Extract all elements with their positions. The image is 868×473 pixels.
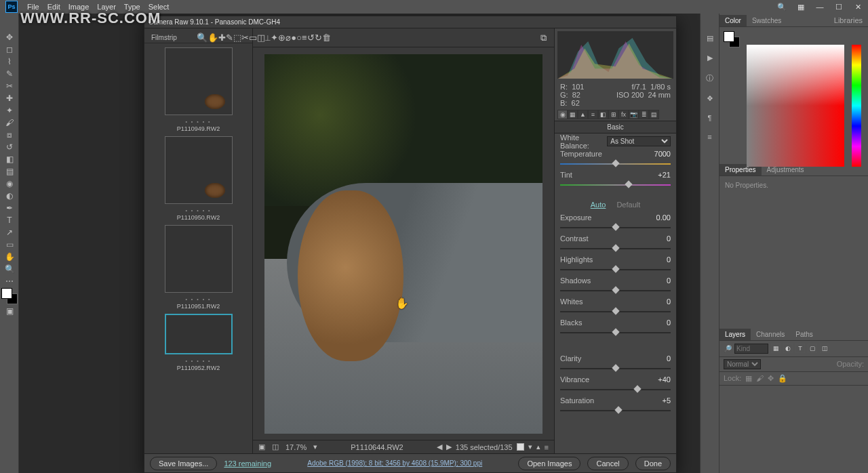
hand-tool-icon[interactable]: ✋: [0, 251, 19, 263]
open-images-button[interactable]: Open Images: [518, 457, 580, 470]
search-icon[interactable]: 🔍: [777, 3, 787, 12]
paragraph-panel-icon[interactable]: ≡: [707, 133, 711, 141]
blacks-value[interactable]: 0: [646, 318, 671, 327]
auto-link[interactable]: Auto: [591, 201, 606, 209]
rating-up-icon[interactable]: ▴: [536, 443, 540, 451]
tab-detail-icon[interactable]: ▲: [578, 110, 588, 119]
acr-tool-5[interactable]: ✂: [241, 33, 249, 43]
blacks-slider[interactable]: [560, 329, 671, 336]
acr-tool-0[interactable]: 🔍: [197, 33, 208, 43]
tab-channels[interactable]: Channels: [751, 329, 790, 340]
shadows-value[interactable]: 0: [646, 276, 671, 285]
acr-tool-1[interactable]: ✋: [208, 33, 218, 43]
histogram[interactable]: [557, 31, 673, 79]
exposure-value[interactable]: 0.00: [646, 213, 671, 222]
hue-strip[interactable]: [852, 45, 861, 167]
type-tool-icon[interactable]: T: [0, 214, 19, 226]
blend-mode-select[interactable]: Normal: [724, 359, 761, 369]
gradient-tool-icon[interactable]: ▤: [0, 165, 19, 178]
stamp-tool-icon[interactable]: ⧈: [0, 129, 19, 141]
save-images-button[interactable]: Save Images...: [150, 457, 217, 470]
styles-panel-icon[interactable]: ❖: [707, 94, 713, 103]
filmstrip-thumb[interactable]: • • • • •P1110950.RW2: [158, 136, 239, 221]
tab-basic-icon[interactable]: ◉: [557, 110, 568, 119]
contrast-value[interactable]: 0: [646, 234, 671, 243]
vibrance-value[interactable]: +40: [646, 375, 671, 384]
acr-tool-4[interactable]: ⬚: [233, 33, 241, 43]
acr-tool-13[interactable]: ○: [296, 33, 302, 43]
filmstrip-thumb[interactable]: • • • • •P1110949.RW2: [158, 47, 239, 132]
acr-tool-12[interactable]: ●: [291, 33, 296, 43]
tab-split-icon[interactable]: ◧: [598, 110, 608, 119]
white-balance-select[interactable]: As Shot: [607, 136, 671, 146]
eraser-tool-icon[interactable]: ◧: [0, 153, 19, 165]
lock-pixels-icon[interactable]: 🖌: [756, 374, 764, 382]
lock-position-icon[interactable]: ✥: [768, 374, 774, 383]
zoom-tool-icon[interactable]: 🔍: [0, 263, 19, 275]
acr-tool-6[interactable]: ▭: [249, 33, 257, 43]
quick-select-tool-icon[interactable]: ✎: [0, 68, 19, 80]
acr-tool-8[interactable]: ⟂: [265, 33, 271, 43]
acr-tool-15[interactable]: ↺: [307, 33, 315, 43]
panel-fg-bg-swatch[interactable]: [724, 31, 740, 47]
acr-tool-2[interactable]: ✚: [218, 33, 226, 43]
rating-dots[interactable]: • • • • •: [158, 297, 239, 302]
blur-tool-icon[interactable]: ◉: [0, 178, 19, 190]
zoom-level[interactable]: 17.7%: [285, 443, 307, 451]
tab-snapshots-icon[interactable]: ▤: [649, 110, 659, 119]
filter-smart-icon[interactable]: ◫: [820, 344, 829, 353]
highlights-slider[interactable]: [560, 266, 671, 273]
prev-image-icon[interactable]: ◀: [437, 443, 442, 451]
clarity-slider[interactable]: [560, 365, 671, 372]
acr-tool-3[interactable]: ✎: [226, 33, 233, 43]
move-tool-icon[interactable]: ✥: [0, 31, 19, 43]
filter-type-icon[interactable]: T: [795, 344, 805, 353]
acr-tool-17[interactable]: 🗑: [322, 33, 331, 43]
tab-color[interactable]: Color: [719, 15, 747, 26]
done-button[interactable]: Done: [635, 457, 671, 470]
temperature-value[interactable]: 7000: [646, 150, 671, 158]
dodge-tool-icon[interactable]: ◐: [0, 190, 19, 202]
layer-filter-input[interactable]: [734, 344, 768, 354]
whites-slider[interactable]: [560, 308, 671, 315]
lasso-tool-icon[interactable]: ⌇: [0, 56, 19, 68]
acr-tool-10[interactable]: ⊕: [278, 33, 285, 43]
tab-libraries[interactable]: Libraries: [829, 14, 868, 26]
crop-tool-icon[interactable]: ✂: [0, 80, 19, 92]
toggle-view-icon[interactable]: ◫: [272, 443, 279, 451]
workflow-link[interactable]: Adobe RGB (1998); 8 bit; 3456 by 4608 (1…: [278, 459, 511, 467]
preview-area[interactable]: ✋: [253, 47, 554, 440]
saturation-slider[interactable]: [560, 407, 671, 414]
workspace-icon[interactable]: ▦: [796, 3, 806, 12]
acr-tool-14[interactable]: ≡: [302, 33, 307, 43]
brush-tool-icon[interactable]: 🖌: [0, 117, 19, 129]
vibrance-slider[interactable]: [560, 386, 671, 393]
history-panel-icon[interactable]: ▤: [707, 34, 713, 43]
screen-mode-icon[interactable]: ▣: [0, 305, 19, 317]
rating-dots[interactable]: • • • • •: [158, 358, 239, 363]
acr-tool-11[interactable]: ⌀: [285, 33, 291, 43]
preview-toggle-icon[interactable]: ⧉: [538, 33, 549, 43]
remaining-link[interactable]: 123 remaining: [224, 459, 271, 468]
acr-tool-16[interactable]: ↻: [315, 33, 322, 43]
rating-dots[interactable]: • • • • •: [158, 208, 239, 213]
tab-fx-icon[interactable]: fx: [618, 110, 629, 119]
info-panel-icon[interactable]: ⓘ: [706, 73, 713, 83]
lock-transparency-icon[interactable]: ▦: [745, 374, 752, 383]
highlights-value[interactable]: 0: [646, 255, 671, 264]
next-image-icon[interactable]: ▶: [446, 443, 452, 451]
filmstrip-thumb[interactable]: • • • • •P1110952.RW2: [158, 314, 239, 371]
marquee-tool-icon[interactable]: ◻: [0, 43, 19, 56]
acr-tool-9[interactable]: ✦: [271, 33, 278, 43]
mark-checkbox[interactable]: [517, 443, 524, 451]
acr-tool-7[interactable]: ◫: [257, 33, 265, 43]
default-link[interactable]: Default: [616, 201, 640, 209]
color-field[interactable]: [747, 45, 844, 167]
saturation-value[interactable]: +5: [646, 396, 671, 405]
tab-swatches[interactable]: Swatches: [747, 15, 787, 26]
tint-value[interactable]: +21: [646, 171, 671, 179]
rating-dots[interactable]: • • • • •: [158, 119, 239, 124]
tab-layers[interactable]: Layers: [719, 329, 751, 340]
temperature-slider[interactable]: [560, 161, 671, 167]
healing-tool-icon[interactable]: ✦: [0, 104, 19, 117]
